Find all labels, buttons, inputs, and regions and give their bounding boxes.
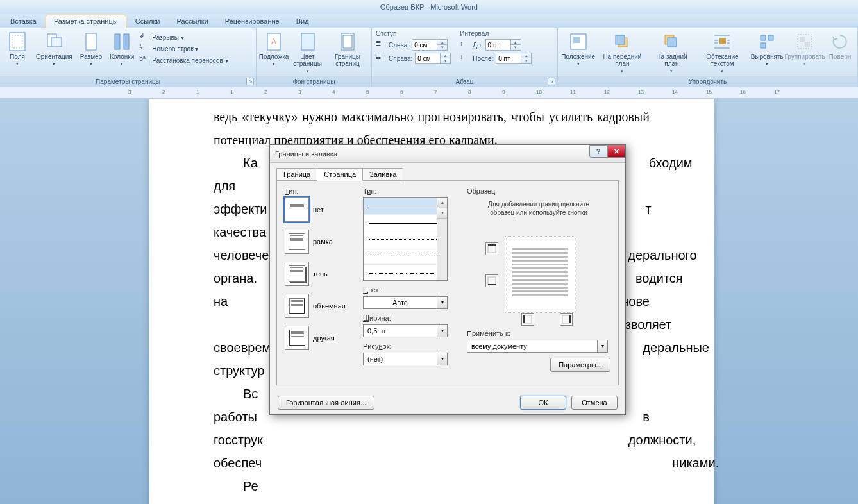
svg-rect-20: [768, 35, 773, 40]
options-button[interactable]: Параметры...: [550, 358, 610, 372]
svg-rect-5: [115, 34, 120, 49]
columns-button[interactable]: Колонки▾: [107, 30, 137, 69]
setting-shadow[interactable]: [285, 262, 309, 286]
setting-custom[interactable]: [285, 326, 309, 350]
dropdown-icon[interactable]: ▾: [437, 353, 447, 365]
indent-right-input[interactable]: [416, 55, 440, 62]
setting-box[interactable]: [285, 230, 309, 254]
line-numbers-button[interactable]: #Номера строк ▾: [139, 43, 228, 55]
close-button[interactable]: ✕: [607, 145, 625, 158]
svg-rect-3: [51, 38, 62, 47]
rotate-button[interactable]: Поверн: [827, 30, 854, 62]
spacing-label: Интервал: [460, 29, 532, 38]
setting-label: Тип:: [285, 187, 355, 195]
up-arrow-icon[interactable]: ▴: [437, 40, 447, 45]
indent-left-input[interactable]: [412, 42, 437, 49]
page-setup-launcher[interactable]: ↘: [246, 78, 254, 85]
dropdown-icon[interactable]: ▾: [597, 340, 607, 352]
style-item-double[interactable]: [364, 215, 447, 231]
help-button[interactable]: ?: [589, 145, 607, 158]
horizontal-ruler[interactable]: 3211234567891011121314151617: [0, 87, 858, 99]
orientation-button[interactable]: Ориентация▾: [33, 30, 75, 69]
margins-button[interactable]: Поля▾: [4, 30, 31, 69]
paragraph-launcher[interactable]: ↘: [548, 78, 555, 85]
orientation-icon: [44, 31, 64, 52]
setting-3d[interactable]: [285, 294, 309, 318]
tab-page-border[interactable]: Страница: [317, 168, 363, 181]
svg-rect-23: [800, 37, 805, 42]
position-button[interactable]: Положение▾: [562, 30, 594, 69]
hyphenation-button[interactable]: bªРасстановка переносов ▾: [139, 55, 228, 66]
color-value: Авто: [364, 299, 437, 307]
style-item-dashed[interactable]: [364, 248, 447, 265]
down-arrow-icon[interactable]: ▾: [437, 45, 447, 50]
group-icon: [795, 31, 815, 52]
hyphenation-icon: bª: [139, 55, 149, 65]
style-item-dotted[interactable]: [364, 231, 447, 248]
indent-left-spin[interactable]: ▴▾: [412, 39, 448, 51]
dropdown-icon[interactable]: ▾: [437, 297, 447, 308]
tab-review[interactable]: Рецензирование: [217, 15, 287, 28]
size-button[interactable]: Размер▾: [78, 30, 105, 69]
horizontal-line-button[interactable]: Горизонтальная линия...: [278, 396, 374, 410]
page-borders-button[interactable]: Границы страниц: [328, 30, 367, 69]
preview-canvas[interactable]: [484, 223, 593, 326]
dropdown-icon[interactable]: ▾: [437, 325, 447, 337]
tab-page-layout[interactable]: Разметка страницы: [46, 15, 126, 28]
spacing-after-input[interactable]: [496, 55, 521, 62]
svg-rect-25: [488, 245, 496, 253]
send-back-button[interactable]: На задний план▾: [650, 30, 693, 76]
svg-rect-21: [761, 43, 766, 48]
svg-rect-17: [668, 38, 677, 47]
style-item-dashdot[interactable]: [364, 265, 447, 281]
color-combo[interactable]: Авто▾: [363, 296, 448, 309]
position-icon: [568, 31, 589, 52]
style-scrollbar[interactable]: ▴▾: [437, 198, 447, 280]
border-bottom-button[interactable]: [485, 274, 498, 287]
preview-page[interactable]: [505, 236, 575, 313]
indent-right-spin[interactable]: ▴▾: [415, 53, 451, 64]
breaks-icon: ↲: [139, 32, 149, 42]
scroll-down-icon[interactable]: ▾: [437, 208, 447, 219]
spacing-before-spin[interactable]: ▴▾: [485, 39, 521, 51]
setting-box-label: рамка: [313, 238, 333, 246]
border-top-button[interactable]: [485, 242, 498, 255]
tab-references[interactable]: Ссылки: [128, 15, 168, 28]
preview-label: Образец: [467, 187, 610, 195]
setting-none-label: нет: [313, 206, 324, 214]
svg-rect-29: [524, 315, 532, 323]
send-back-icon: [661, 31, 682, 52]
page-setup-group-label: Параметры страницы↘: [0, 76, 256, 87]
width-value: 0,5 пт: [364, 327, 437, 335]
indent-right-icon: ≣: [376, 53, 386, 63]
watermark-button[interactable]: AПодложка▾: [260, 30, 287, 69]
breaks-button[interactable]: ↲Разрывы ▾: [139, 31, 228, 43]
tab-shading[interactable]: Заливка: [362, 168, 403, 181]
align-button[interactable]: Выровнять▾: [751, 30, 783, 69]
group-button[interactable]: Группировать▾: [786, 30, 824, 69]
tab-mailings[interactable]: Рассылки: [169, 15, 215, 28]
style-item-solid[interactable]: [364, 198, 447, 215]
spacing-after-spin[interactable]: ▴▾: [496, 53, 532, 64]
svg-rect-9: [301, 33, 314, 50]
page-color-button[interactable]: Цвет страницы▾: [290, 30, 325, 76]
ok-button[interactable]: ОК: [520, 396, 566, 410]
setting-none[interactable]: [285, 197, 309, 222]
style-listbox[interactable]: ▴▾: [363, 197, 448, 281]
scroll-up-icon[interactable]: ▴: [437, 198, 447, 208]
preview-hint: Для добавления границ щелкните образец и…: [467, 197, 610, 223]
width-combo[interactable]: 0,5 пт▾: [363, 324, 448, 337]
tab-insert[interactable]: Вставка: [3, 15, 44, 28]
dialog-titlebar[interactable]: Границы и заливка ? ✕: [270, 145, 625, 163]
cancel-button[interactable]: Отмена: [571, 396, 618, 410]
art-combo[interactable]: (нет)▾: [363, 353, 448, 365]
text-wrap-button[interactable]: Обтекание текстом▾: [696, 30, 749, 76]
apply-to-combo[interactable]: всему документу▾: [467, 340, 608, 353]
tab-border[interactable]: Граница: [276, 168, 317, 181]
spacing-before-input[interactable]: [486, 42, 510, 49]
bring-front-button[interactable]: На передний план▾: [597, 30, 647, 76]
tab-view[interactable]: Вид: [289, 15, 317, 28]
border-right-button[interactable]: [560, 313, 573, 326]
border-left-button[interactable]: [521, 313, 534, 326]
titlebar: Образец ВКР - Microsoft Word: [0, 0, 858, 14]
